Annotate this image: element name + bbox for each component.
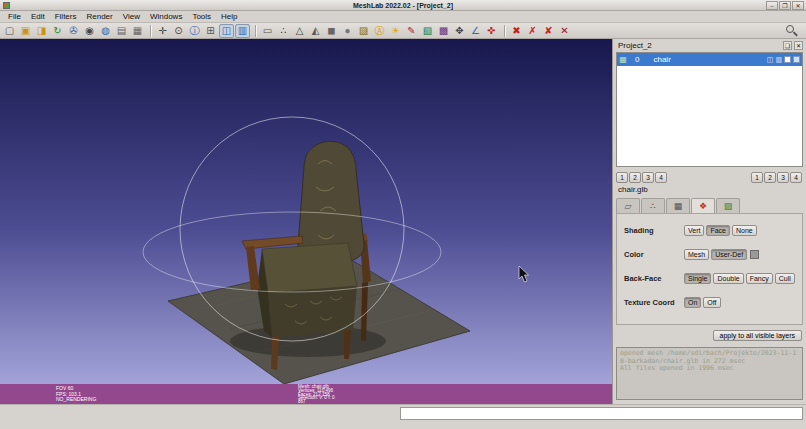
layer-name: chair [653,55,670,64]
shading-opt-vert[interactable]: Vert [684,225,704,236]
pager-left-2[interactable]: 2 [629,172,641,183]
select-vertices-icon[interactable]: ▧ [420,24,435,38]
close-button[interactable]: ✕ [792,1,804,10]
delete-selected-faces-icon[interactable]: ✖ [509,24,524,38]
toolbar-separator [255,25,256,37]
texture-render-icon[interactable]: ▨ [356,24,371,38]
texcoord-opt-off[interactable]: Off [703,297,720,308]
wireframe-render-icon[interactable]: △ [292,24,307,38]
menu-edit[interactable]: Edit [26,12,50,21]
menu-file[interactable]: File [3,12,26,21]
smooth-render-icon[interactable]: ● [340,24,355,38]
pager-right-2[interactable]: 2 [764,172,776,183]
minimize-button[interactable]: – [766,1,778,10]
layer-wire-color-swatch[interactable] [793,56,800,63]
open-online-icon[interactable]: ◍ [98,24,113,38]
toolbar-separator [504,25,505,37]
color-options: MeshUser-Def [684,249,749,260]
reload-mesh-icon[interactable]: ↻ [50,24,65,38]
backface-label: Back-Face [624,274,684,283]
layer-id: 0 [635,55,639,64]
pick-points-icon[interactable]: ✜ [484,24,499,38]
fullscreen-icon[interactable]: ⊞ [203,24,218,38]
color-opt-mesh[interactable]: Mesh [684,249,709,260]
shading-opt-none[interactable]: None [732,225,757,236]
light-icon[interactable]: ☀ [388,24,403,38]
show-layer-dialog-icon[interactable]: ▤ [114,24,129,38]
points-render-icon[interactable]: ∴ [276,24,291,38]
project-panel: Project_2 ❏ ✕ ▦ 0 chair ◫ ▥ 1234 1234 ch… [612,39,806,404]
pager-left-1[interactable]: 1 [616,172,628,183]
menu-tools[interactable]: Tools [187,12,216,21]
split-view-icon[interactable]: ◫ [219,24,234,38]
texcoord-label: Texture Coord [624,298,684,307]
flat-render-icon[interactable]: ◼ [324,24,339,38]
panel-float-button[interactable]: ❏ [783,41,792,50]
delete-current-mesh-icon[interactable]: ✕ [557,24,572,38]
flatlines-render-icon[interactable]: ◭ [308,24,323,38]
toolbar-separator [150,25,151,37]
search-icon[interactable] [786,25,798,37]
layer-wireframe-icon[interactable]: ▥ [775,56,782,64]
open-project-icon[interactable]: ▣ [18,24,33,38]
panel-close-button[interactable]: ✕ [794,41,803,50]
texcoord-options: OnOff [684,297,723,308]
menu-filters[interactable]: Filters [50,12,82,21]
maximize-button[interactable]: ❐ [779,1,791,10]
decorators-icon[interactable]: Ⓐ [372,24,387,38]
log-line: All files opened in 1996 msec [620,365,799,373]
hud-mesh-info: Mesh: chair.glb Vertices: 110,496 Faces:… [298,385,335,404]
shading-row: Shading VertFaceNone [624,220,799,240]
menu-view[interactable]: View [118,12,145,21]
manipulator-icon[interactable]: ✥ [452,24,467,38]
show-raster-dialog-icon[interactable]: ▦ [130,24,145,38]
bottom-status-bar [0,404,806,429]
tab-bbox[interactable]: ▱ [616,198,640,213]
export-mesh-icon[interactable]: ✇ [66,24,81,38]
layer-list: ▦ 0 chair ◫ ▥ [616,52,803,167]
layer-visibility-icon[interactable]: ▥ [235,24,250,38]
reset-trackball-icon[interactable]: ⊙ [171,24,186,38]
backface-opt-single[interactable]: Single [684,273,711,284]
layer-visibility-icon[interactable]: ◫ [767,56,774,64]
zpaint-icon[interactable]: ✎ [404,24,419,38]
pager-right-3[interactable]: 3 [777,172,789,183]
shading-opt-face[interactable]: Face [706,225,730,236]
backface-opt-double[interactable]: Double [713,273,743,284]
pager-left-3[interactable]: 3 [642,172,654,183]
layer-row-chair[interactable]: ▦ 0 chair ◫ ▥ [617,53,802,66]
pager-left-4[interactable]: 4 [655,172,667,183]
delete-selected-faces-vertices-icon[interactable]: ✘ [541,24,556,38]
mouse-cursor [519,266,529,282]
apply-all-layers-button[interactable]: apply to all visible layers [713,330,802,341]
backface-opt-cull[interactable]: Cull [775,273,795,284]
select-faces-icon[interactable]: ▩ [436,24,451,38]
menu-help[interactable]: Help [216,12,242,21]
pager-right-4[interactable]: 4 [790,172,802,183]
tab-solid[interactable]: ❖ [691,198,715,214]
backface-opt-fancy[interactable]: Fancy [746,273,773,284]
save-snapshot-icon[interactable]: ◉ [82,24,97,38]
shading-options: VertFaceNone [684,225,759,236]
bbox-render-icon[interactable]: ▭ [260,24,275,38]
bottom-text-field[interactable] [400,407,803,420]
show-info-pane-icon[interactable]: ⓘ [187,24,202,38]
append-mesh-icon[interactable]: ◨ [34,24,49,38]
tab-texture[interactable]: ▨ [716,198,740,213]
menu-render[interactable]: Render [81,12,117,21]
pager-right-1[interactable]: 1 [751,172,763,183]
texcoord-opt-on[interactable]: On [684,297,701,308]
new-project-icon[interactable]: ▢ [2,24,17,38]
3d-scene [0,39,612,384]
delete-selected-vertices-icon[interactable]: ✗ [525,24,540,38]
3d-viewport[interactable] [0,39,612,384]
user-color-swatch[interactable] [750,250,759,259]
show-trackball-icon[interactable]: ✛ [155,24,170,38]
menu-windows[interactable]: Windows [145,12,187,21]
measure-icon[interactable]: ∠ [468,24,483,38]
toolbar-view-group: ✛⊙ⓘ⊞◫▥ [155,24,251,38]
color-opt-user-def[interactable]: User-Def [711,249,747,260]
layer-color-swatch[interactable] [784,56,791,63]
tab-points[interactable]: ∴ [641,198,665,213]
tab-wire[interactable]: ▦ [666,198,690,213]
